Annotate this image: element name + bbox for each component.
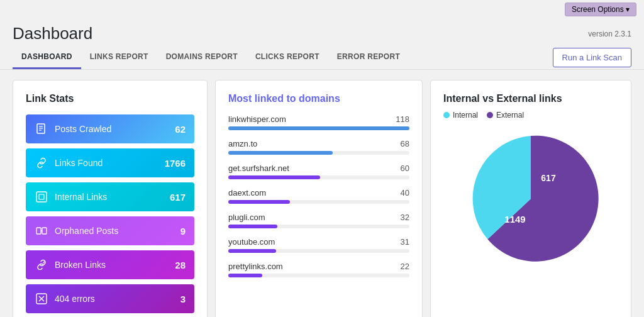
stat-item-left: Broken Links bbox=[35, 258, 106, 272]
domain-row: plugli.com 32 bbox=[228, 213, 409, 228]
stat-items-list: Posts Crawled 62 Links Found 1766 Intern… bbox=[26, 114, 194, 313]
domains-title: Most linked to domains bbox=[228, 93, 409, 104]
stat-label-links-found: Links Found bbox=[55, 158, 103, 168]
domain-count: 40 bbox=[401, 188, 409, 197]
stat-label-orphaned-posts: Orphaned Posts bbox=[55, 226, 118, 236]
top-bar: Screen Options ▾ bbox=[0, 0, 644, 19]
domain-name: amzn.to bbox=[228, 139, 257, 148]
domain-bar-bg bbox=[228, 274, 409, 277]
stat-icon-posts-crawled bbox=[35, 122, 48, 136]
domain-row-header: get.surfshark.net 60 bbox=[228, 164, 409, 173]
stat-item-broken-links[interactable]: Broken Links 28 bbox=[26, 250, 194, 279]
tab-error-report[interactable]: ERROR REPORT bbox=[328, 46, 409, 69]
svg-rect-7 bbox=[42, 228, 47, 234]
legend-label: External bbox=[496, 111, 524, 120]
pie-chart: 1149 617 bbox=[455, 130, 606, 268]
nav-tabs-bar: DASHBOARDLINKS REPORTDOMAINS REPORTCLICK… bbox=[0, 46, 644, 70]
tabs-list: DASHBOARDLINKS REPORTDOMAINS REPORTCLICK… bbox=[13, 46, 409, 69]
stat-icon-broken-links bbox=[35, 258, 48, 272]
domain-bar-bg bbox=[228, 151, 409, 155]
external-label: 1149 bbox=[504, 214, 525, 225]
domain-row-header: plugli.com 32 bbox=[228, 213, 409, 222]
internal-label: 617 bbox=[541, 173, 556, 183]
link-stats-title: Link Stats bbox=[26, 93, 194, 104]
stat-item-posts-crawled[interactable]: Posts Crawled 62 bbox=[26, 114, 194, 143]
screen-options-button[interactable]: Screen Options ▾ bbox=[565, 3, 636, 16]
version-text: version 2.3.1 bbox=[588, 30, 631, 38]
legend-label: Internal bbox=[453, 111, 478, 120]
domains-title-prefix: Most linked to bbox=[228, 93, 299, 104]
domain-bar-fill bbox=[228, 126, 409, 130]
stat-label-404-errors: 404 errors bbox=[55, 294, 95, 304]
domain-bar-fill bbox=[228, 200, 290, 204]
tab-dashboard[interactable]: DASHBOARD bbox=[13, 46, 81, 69]
legend-item-internal: Internal bbox=[443, 111, 478, 120]
stat-value-posts-crawled: 62 bbox=[175, 124, 186, 135]
svg-rect-5 bbox=[39, 194, 44, 199]
stat-item-left: Orphaned Posts bbox=[35, 224, 118, 238]
chart-legend: Internal External bbox=[443, 111, 618, 120]
pie-container: 1149 617 bbox=[443, 130, 618, 268]
stat-icon-links-found bbox=[35, 156, 48, 170]
domain-count: 118 bbox=[396, 114, 409, 124]
domain-name: linkwhisper.com bbox=[228, 114, 286, 124]
domain-row: linkwhisper.com 118 bbox=[228, 114, 409, 130]
chart-title: Internal vs External links bbox=[443, 93, 618, 104]
tab-clicks-report[interactable]: CLICKS REPORT bbox=[247, 46, 328, 69]
svg-rect-6 bbox=[36, 228, 41, 234]
domain-bar-fill bbox=[228, 225, 277, 228]
page-title: Dashboard bbox=[13, 24, 92, 43]
stat-item-orphaned-posts[interactable]: Orphaned Posts 9 bbox=[26, 216, 194, 245]
tab-links-report[interactable]: LINKS REPORT bbox=[81, 46, 157, 69]
domain-row-header: prettylinks.com 22 bbox=[228, 262, 409, 271]
legend-dot bbox=[443, 112, 450, 118]
svg-rect-4 bbox=[36, 192, 47, 202]
stat-item-internal-links[interactable]: Internal Links 617 bbox=[26, 182, 194, 211]
legend-dot bbox=[487, 112, 493, 118]
domain-bar-fill bbox=[228, 249, 276, 253]
domain-row-header: youtube.com 31 bbox=[228, 237, 409, 247]
main-content: Link Stats Posts Crawled 62 Links Found … bbox=[0, 70, 644, 317]
stat-value-internal-links: 617 bbox=[170, 192, 186, 203]
domain-count: 68 bbox=[401, 139, 409, 148]
link-stats-panel: Link Stats Posts Crawled 62 Links Found … bbox=[13, 80, 208, 317]
domains-panel: Most linked to domains linkwhisper.com 1… bbox=[215, 80, 423, 317]
domain-count: 31 bbox=[401, 237, 409, 247]
stat-item-404-errors[interactable]: 404 errors 3 bbox=[26, 284, 194, 313]
stat-icon-orphaned-posts bbox=[35, 224, 48, 238]
stat-item-left: Internal Links bbox=[35, 190, 107, 204]
domains-title-highlight: domains bbox=[299, 93, 340, 104]
domain-count: 32 bbox=[401, 213, 409, 222]
svg-line-9 bbox=[43, 262, 45, 263]
domain-name: daext.com bbox=[228, 188, 266, 197]
stat-label-internal-links: Internal Links bbox=[55, 192, 107, 202]
domain-row-header: linkwhisper.com 118 bbox=[228, 114, 409, 124]
stat-label-posts-crawled: Posts Crawled bbox=[55, 124, 111, 134]
domain-row: youtube.com 31 bbox=[228, 237, 409, 253]
domain-bar-bg bbox=[228, 249, 409, 253]
chart-panel: Internal vs External links Internal Exte… bbox=[430, 80, 631, 317]
domain-row-header: amzn.to 68 bbox=[228, 139, 409, 148]
domain-name: prettylinks.com bbox=[228, 262, 283, 271]
tab-domains-report[interactable]: DOMAINS REPORT bbox=[157, 46, 247, 69]
domain-name: youtube.com bbox=[228, 237, 275, 247]
domain-row: daext.com 40 bbox=[228, 188, 409, 204]
stat-label-broken-links: Broken Links bbox=[55, 260, 106, 270]
domain-bar-fill bbox=[228, 175, 320, 179]
page-header: Dashboard version 2.3.1 bbox=[0, 19, 644, 46]
run-scan-button[interactable]: Run a Link Scan bbox=[553, 48, 631, 67]
domain-bar-fill bbox=[228, 151, 333, 155]
domain-count: 22 bbox=[401, 262, 409, 271]
domain-row: amzn.to 68 bbox=[228, 139, 409, 155]
stat-item-links-found[interactable]: Links Found 1766 bbox=[26, 148, 194, 177]
stat-item-left: Posts Crawled bbox=[35, 122, 111, 136]
stat-icon-404-errors bbox=[35, 292, 48, 306]
domain-bar-bg bbox=[228, 200, 409, 204]
stat-item-left: Links Found bbox=[35, 156, 103, 170]
stat-value-broken-links: 28 bbox=[175, 260, 186, 270]
stat-value-orphaned-posts: 9 bbox=[180, 226, 186, 236]
stat-value-404-errors: 3 bbox=[180, 294, 186, 304]
stat-icon-internal-links bbox=[35, 190, 48, 204]
stat-value-links-found: 1766 bbox=[165, 158, 186, 169]
domain-bar-bg bbox=[228, 225, 409, 228]
